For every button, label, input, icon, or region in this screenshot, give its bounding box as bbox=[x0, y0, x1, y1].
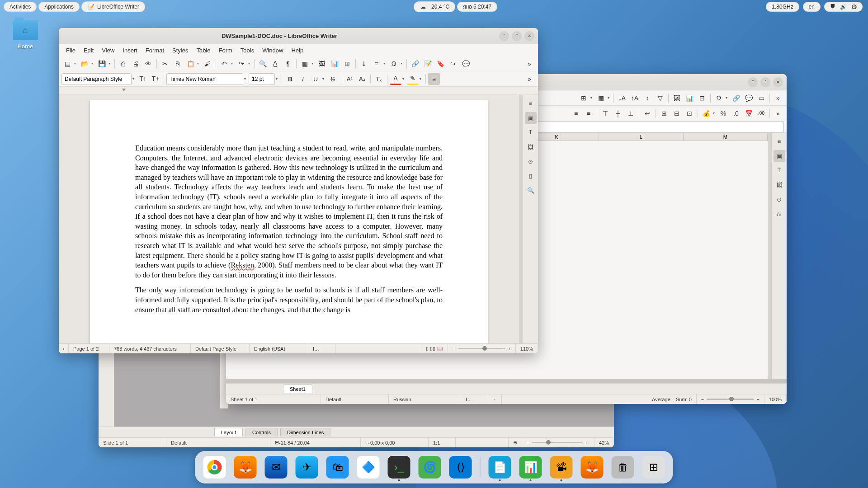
calc-minimize-button[interactable]: ˅ bbox=[748, 77, 758, 87]
menu-table[interactable]: Table bbox=[193, 46, 214, 55]
dock-chrome-icon[interactable] bbox=[203, 456, 226, 479]
dock-thunderbird-icon[interactable]: ✉ bbox=[265, 456, 288, 479]
sidebar-menu-icon[interactable]: ≡ bbox=[525, 98, 537, 109]
dock-calc-icon[interactable]: 📊 bbox=[519, 456, 542, 479]
status-language[interactable]: English (USA) bbox=[250, 344, 308, 353]
footnote-icon[interactable]: 📝 bbox=[422, 58, 434, 70]
font-size-combo[interactable]: 12 pt bbox=[249, 73, 275, 85]
writer-side-handle[interactable] bbox=[519, 95, 523, 343]
calc-table-icon[interactable]: ▦ bbox=[595, 92, 607, 104]
calc-pivot-icon[interactable]: ⊞ bbox=[578, 92, 590, 104]
menu-format[interactable]: Format bbox=[142, 46, 168, 55]
misspelled-word[interactable]: Reksten bbox=[231, 261, 254, 269]
tab-controls[interactable]: Controls bbox=[245, 428, 278, 436]
calc-sort-desc-icon[interactable]: ↑A bbox=[629, 92, 641, 104]
dock-apps-grid-icon[interactable]: ⊞ bbox=[642, 456, 665, 479]
writer-page[interactable]: Education means considerably more than j… bbox=[90, 100, 488, 343]
page-break-icon[interactable]: ⤓ bbox=[358, 58, 370, 70]
save-icon[interactable]: 💾 bbox=[96, 58, 108, 70]
status-words[interactable]: 763 words, 4,467 characters bbox=[109, 344, 191, 353]
dock-trash-icon[interactable]: 🗑 bbox=[612, 456, 634, 479]
writer-doc-scroll[interactable]: Education means considerably more than j… bbox=[59, 95, 519, 343]
special-char-icon[interactable]: Ω bbox=[388, 58, 400, 70]
calc-valign-mid-icon[interactable]: ┼ bbox=[612, 108, 624, 119]
print-icon[interactable]: 🖨 bbox=[130, 58, 142, 70]
calc-col-l[interactable]: L bbox=[599, 133, 684, 141]
calc-maximize-button[interactable]: ˄ bbox=[760, 77, 770, 87]
menu-view[interactable]: View bbox=[98, 46, 118, 55]
subscript-icon[interactable]: A₂ bbox=[356, 73, 368, 85]
bookmark-icon[interactable]: 🔖 bbox=[434, 58, 446, 70]
insert-table-icon[interactable]: ▦ bbox=[299, 58, 311, 70]
dock-vscode-icon[interactable]: ⟨⟩ bbox=[449, 456, 472, 479]
dock-writer-icon[interactable]: 📄 bbox=[489, 456, 511, 479]
calc-headers-icon[interactable]: ▭ bbox=[755, 92, 767, 104]
calc-unmerge-icon[interactable]: ⊟ bbox=[671, 108, 683, 119]
calc-merge-icon[interactable]: ⊞ bbox=[658, 108, 670, 119]
toolbar2-more-icon[interactable]: » bbox=[524, 73, 535, 85]
paste-icon[interactable]: 📋 bbox=[184, 58, 196, 70]
insert-field-icon[interactable]: ≡ bbox=[371, 58, 382, 70]
calc-image-icon[interactable]: 🖼 bbox=[671, 92, 683, 104]
bold-icon[interactable]: B bbox=[284, 73, 296, 85]
calc-date-icon[interactable]: 📅 bbox=[743, 108, 755, 119]
system-tray[interactable]: ⛊ 🔊 ⏻ bbox=[824, 2, 863, 12]
cpu-indicator[interactable]: 1.80GHz bbox=[766, 2, 799, 12]
calc-sort-asc-icon[interactable]: ↓A bbox=[616, 92, 628, 104]
calc-styles-icon[interactable]: Ꭲ bbox=[774, 164, 785, 176]
calc-lang-status[interactable]: Russian bbox=[389, 394, 461, 404]
menu-edit[interactable]: Edit bbox=[80, 46, 97, 55]
strike-icon[interactable]: S bbox=[327, 73, 339, 85]
calc-valign-top-icon[interactable]: ⊤ bbox=[599, 108, 611, 119]
menu-styles[interactable]: Styles bbox=[169, 46, 192, 55]
dock-software-icon[interactable]: 🛍 bbox=[326, 456, 349, 479]
calc-align-left-icon[interactable]: ≡ bbox=[570, 108, 582, 119]
insert-textbox-icon[interactable]: ⊞ bbox=[341, 58, 353, 70]
doc-paragraph-1[interactable]: Education means considerably more than j… bbox=[135, 143, 443, 280]
highlight-icon[interactable]: ✎ bbox=[407, 73, 419, 85]
calc-align-right-icon[interactable]: ≡ bbox=[583, 108, 594, 119]
font-color-icon[interactable]: A bbox=[390, 73, 401, 85]
calc-toolbar1-more-icon[interactable]: » bbox=[772, 92, 784, 104]
spellcheck-icon[interactable]: A̲ bbox=[269, 58, 281, 70]
calc-valign-bot-icon[interactable]: ⊥ bbox=[625, 108, 637, 119]
sidebar-navigator-icon[interactable]: ⊙ bbox=[525, 155, 537, 167]
status-zoom-value[interactable]: 110% bbox=[516, 344, 538, 353]
italic-icon[interactable]: I bbox=[297, 73, 309, 85]
menu-insert[interactable]: Insert bbox=[119, 46, 141, 55]
calc-comment-icon[interactable]: 💬 bbox=[743, 92, 755, 104]
active-app-indicator[interactable]: 📝 LibreOffice Writer bbox=[81, 1, 145, 12]
calc-split-icon[interactable]: ⊡ bbox=[684, 108, 695, 119]
calc-col-m[interactable]: M bbox=[683, 133, 768, 141]
calc-properties-icon[interactable]: ▣ bbox=[774, 150, 785, 162]
calc-close-button[interactable]: ✕ bbox=[773, 77, 783, 87]
doc-paragraph-2[interactable]: The only way information technology is g… bbox=[135, 285, 443, 314]
calc-functions-icon[interactable]: fₓ bbox=[774, 208, 785, 220]
status-save-icon[interactable]: ▫ bbox=[59, 344, 69, 353]
status-insert-mode[interactable]: I… bbox=[308, 344, 335, 353]
calc-chart-icon[interactable]: 📊 bbox=[684, 92, 695, 104]
export-pdf-icon[interactable]: ⎙ bbox=[117, 58, 129, 70]
formatting-marks-icon[interactable]: ¶ bbox=[282, 58, 294, 70]
hyperlink-icon[interactable]: 🔗 bbox=[409, 58, 421, 70]
writer-maximize-button[interactable]: ˄ bbox=[512, 31, 522, 41]
find-icon[interactable]: 🔍 bbox=[257, 58, 269, 70]
calc-summary[interactable]: Average: ; Sum: 0 bbox=[502, 394, 697, 404]
clear-format-icon[interactable]: Tₓ bbox=[373, 73, 385, 85]
tab-dimension-lines[interactable]: Dimension Lines bbox=[280, 428, 330, 436]
font-name-drop[interactable]: ▾ bbox=[244, 77, 248, 81]
calc-sort-icon[interactable]: ↕ bbox=[642, 92, 653, 104]
activities-button[interactable]: Activities bbox=[4, 2, 37, 12]
draw-zoom-slider[interactable]: − + bbox=[522, 438, 594, 447]
font-size-drop[interactable]: ▾ bbox=[276, 77, 279, 81]
underline-icon[interactable]: U bbox=[310, 73, 321, 85]
tab-layout[interactable]: Layout bbox=[214, 428, 243, 436]
calc-side-handle[interactable] bbox=[768, 133, 771, 379]
cut-icon[interactable]: ✂ bbox=[159, 58, 171, 70]
sidebar-properties-icon[interactable]: ▣ bbox=[525, 112, 537, 124]
dock-firefox2-icon[interactable]: 🦊 bbox=[581, 456, 604, 479]
calc-navigator-icon[interactable]: ⊙ bbox=[774, 193, 785, 205]
calc-zoom-slider[interactable]: − + bbox=[697, 394, 764, 404]
status-page[interactable]: Page 1 of 2 bbox=[69, 344, 109, 353]
comment-icon[interactable]: 💬 bbox=[460, 58, 472, 70]
